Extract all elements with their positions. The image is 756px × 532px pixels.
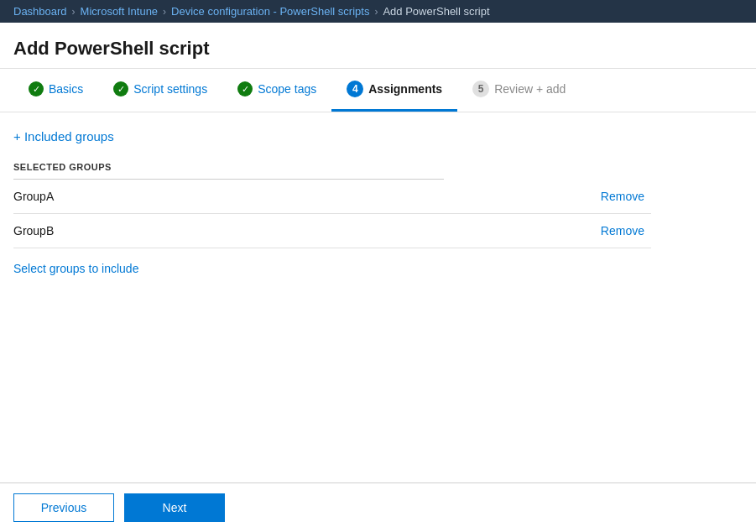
remove-group-a-button[interactable]: Remove <box>444 180 651 214</box>
breadcrumb-current: Add PowerShell script <box>383 5 489 18</box>
tab-scope-tags-label: Scope tags <box>258 82 316 96</box>
group-name-a: GroupA <box>13 180 444 214</box>
tab-basics-label: Basics <box>49 82 83 96</box>
tab-assignments-number: 4 <box>347 81 363 97</box>
breadcrumb-sep-2: › <box>163 6 166 18</box>
groups-table: SELECTED GROUPS GroupA Remove GroupB Rem… <box>13 157 651 248</box>
selected-groups-column-header: SELECTED GROUPS <box>13 157 444 180</box>
included-groups-header[interactable]: + Included groups <box>13 129 743 143</box>
breadcrumb-device-config[interactable]: Device configuration - PowerShell script… <box>171 5 369 18</box>
tab-script-settings-label: Script settings <box>133 82 207 96</box>
tab-assignments[interactable]: 4 Assignments <box>331 69 457 112</box>
tabs-container: ✓ Basics ✓ Script settings ✓ Scope tags … <box>0 69 756 112</box>
tab-scope-tags[interactable]: ✓ Scope tags <box>222 70 331 111</box>
tab-review-add-label: Review + add <box>494 82 566 96</box>
tab-script-settings-check-icon: ✓ <box>113 81 128 96</box>
page-title-area: Add PowerShell script <box>0 23 756 69</box>
table-row: GroupA Remove <box>13 180 651 214</box>
breadcrumb-bar: Dashboard › Microsoft Intune › Device co… <box>0 0 756 23</box>
page-title: Add PowerShell script <box>13 38 743 60</box>
remove-group-b-button[interactable]: Remove <box>444 214 651 248</box>
tab-assignments-label: Assignments <box>368 82 442 96</box>
breadcrumb-intune[interactable]: Microsoft Intune <box>81 5 159 18</box>
tab-basics-check-icon: ✓ <box>29 81 44 96</box>
table-row: GroupB Remove <box>13 214 651 248</box>
breadcrumb-sep-1: › <box>72 6 76 18</box>
main-content: + Included groups SELECTED GROUPS GroupA… <box>0 112 756 292</box>
breadcrumb-sep-3: › <box>374 6 378 18</box>
tab-review-add[interactable]: 5 Review + add <box>457 69 581 112</box>
tab-scope-tags-check-icon: ✓ <box>237 81 253 96</box>
previous-button[interactable]: Previous <box>13 493 114 522</box>
next-button[interactable]: Next <box>124 493 225 522</box>
tab-review-add-number: 5 <box>472 81 489 97</box>
group-name-b: GroupB <box>13 214 444 248</box>
tab-basics[interactable]: ✓ Basics <box>13 70 98 111</box>
breadcrumb-dashboard[interactable]: Dashboard <box>13 5 67 18</box>
footer-area: Previous Next <box>0 482 756 532</box>
tab-script-settings[interactable]: ✓ Script settings <box>98 70 222 111</box>
select-groups-link[interactable]: Select groups to include <box>13 262 138 275</box>
